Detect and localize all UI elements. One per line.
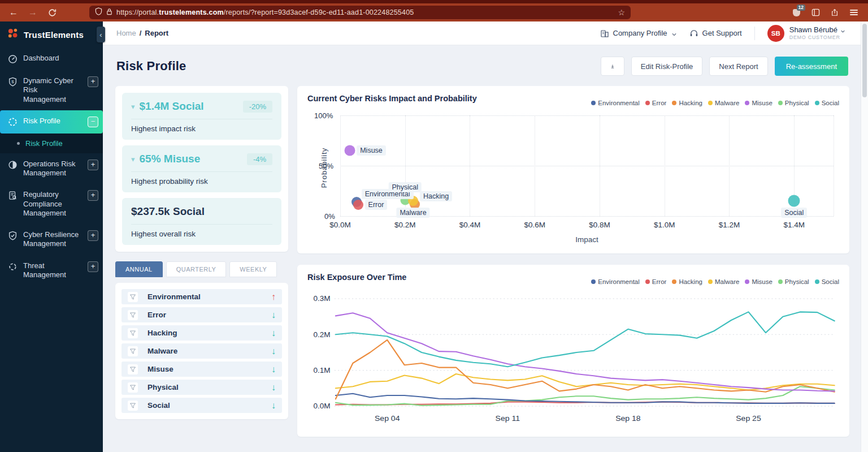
url-bar[interactable]: https://portal.trustelements.com/reports… (89, 6, 631, 19)
svg-text:Sep 11: Sep 11 (496, 414, 520, 423)
x-tick-label: $0.8M (589, 221, 610, 229)
reader-panel-icon[interactable] (810, 7, 821, 18)
expand-section-button[interactable]: + (88, 261, 98, 272)
stat-value: $1.4M Social (140, 100, 204, 113)
edit-risk-profile-button[interactable]: Edit Risk-Profile (631, 57, 702, 76)
menu-icon[interactable] (849, 7, 859, 18)
risk-row-error[interactable]: Error↓ (121, 307, 282, 322)
breadcrumb-home-link[interactable]: Home (116, 29, 136, 37)
y-tick-label: 0% (324, 212, 335, 221)
filter-funnel-icon[interactable] (128, 292, 138, 302)
tab-annual[interactable]: ANNUAL (115, 261, 163, 277)
share-icon[interactable] (830, 7, 840, 18)
sidebar-collapse-button[interactable]: ‹ (97, 27, 105, 42)
x-tick-label: $1.4M (783, 221, 805, 229)
risk-row-misuse[interactable]: Misuse↓ (121, 361, 282, 377)
legend-item-error[interactable]: Error (645, 100, 667, 106)
filter-funnel-icon[interactable] (128, 382, 138, 393)
legend-label: Social (822, 100, 839, 106)
stat-divider (131, 224, 272, 225)
legend-label: Error (652, 100, 667, 106)
scatter-point-social[interactable] (788, 195, 800, 207)
forward-button[interactable]: → (25, 6, 41, 19)
expand-section-button[interactable]: + (88, 160, 98, 170)
legend-item-environmental[interactable]: Environmental (591, 100, 640, 106)
legend-item-error[interactable]: Error (645, 278, 667, 285)
sidebar-item-dynamic-cyber-risk[interactable]: $Dynamic Cyber Risk Management+ (0, 70, 103, 110)
scatter-point-error[interactable] (353, 200, 363, 210)
sidebar-item-dashboard[interactable]: Dashboard (0, 48, 103, 70)
sidebar-item-threat-management[interactable]: Threat Management+ (0, 255, 103, 286)
filter-funnel-icon[interactable] (128, 401, 138, 411)
line-series-malware[interactable] (336, 374, 835, 390)
legend-item-misuse[interactable]: Misuse (745, 100, 772, 106)
scrollbar-thumb[interactable] (862, 24, 867, 97)
collapse-section-button[interactable]: − (88, 117, 98, 127)
chevron-down-icon (840, 27, 846, 33)
legend-item-hacking[interactable]: Hacking (672, 100, 702, 106)
expand-section-button[interactable]: + (88, 76, 98, 87)
risk-row-physical[interactable]: Physical↓ (121, 380, 282, 395)
x-gridline (535, 115, 535, 216)
brand-name: TrustElements (24, 30, 84, 40)
legend-item-social[interactable]: Social (815, 278, 839, 285)
filter-funnel-icon[interactable] (128, 328, 138, 338)
trend-up-icon: ↑ (271, 292, 276, 302)
next-report-button[interactable]: Next Report (709, 57, 767, 76)
sidebar-subitem-risk-profile[interactable]: Risk Profile (0, 134, 103, 153)
company-profile-menu[interactable]: Company Profile (600, 29, 677, 38)
legend-item-social[interactable]: Social (815, 100, 839, 106)
sidebar-item-regulatory-compliance[interactable]: Regulatory Compliance Management+ (0, 184, 103, 224)
user-menu[interactable]: SB Shawn Bérubé DEMO CUSTOMER (767, 25, 846, 42)
line-series-hacking[interactable] (336, 340, 835, 399)
line-chart-title: Risk Exposure Over Time (307, 273, 406, 282)
filter-funnel-icon[interactable] (128, 310, 138, 320)
filter-funnel-icon[interactable] (128, 364, 138, 374)
tab-weekly[interactable]: WEEKLY (229, 261, 277, 277)
breadcrumb-separator: / (140, 29, 142, 37)
trend-down-icon: ↓ (271, 311, 276, 320)
scatter-point-misuse[interactable] (345, 145, 355, 156)
x-axis-title: Impact (340, 235, 834, 244)
bookmark-star-icon[interactable]: ☆ (618, 8, 625, 17)
stat-caption: Highest overall risk (131, 230, 272, 238)
point-label-physical: Physical (388, 182, 422, 192)
tab-quarterly[interactable]: QUARTERLY (166, 261, 227, 277)
legend-item-physical[interactable]: Physical (778, 100, 809, 106)
page-scrollbar[interactable] (861, 21, 868, 452)
sidebar-item-risk-profile[interactable]: Risk Profile− (0, 110, 103, 134)
download-button[interactable] (601, 57, 624, 76)
legend-item-misuse[interactable]: Misuse (745, 278, 772, 285)
legend-dot (745, 101, 749, 105)
line-series-social[interactable] (336, 312, 835, 367)
extension-icon[interactable]: 12 (791, 7, 801, 18)
risk-list-card: Environmental↑Error↓Hacking↓Malware↓Misu… (115, 283, 288, 419)
legend-dot (591, 101, 596, 105)
risk-row-environmental[interactable]: Environmental↑ (121, 289, 282, 304)
expand-section-button[interactable]: + (88, 230, 98, 241)
legend-item-malware[interactable]: Malware (708, 100, 739, 106)
expand-section-button[interactable]: + (88, 190, 98, 201)
tracking-protection-icon[interactable] (95, 7, 102, 18)
risk-row-social[interactable]: Social↓ (121, 398, 282, 413)
get-support-link[interactable]: Get Support (689, 29, 742, 38)
legend-item-hacking[interactable]: Hacking (672, 278, 702, 285)
legend-dot (815, 279, 819, 284)
svg-text:0.2M: 0.2M (314, 330, 331, 339)
sidebar-item-cyber-resilience[interactable]: Cyber Resilience Management+ (0, 224, 103, 255)
legend-label: Malware (715, 278, 739, 285)
refresh-button[interactable] (44, 6, 60, 19)
sidebar-item-operations-risk[interactable]: Operations Risk Management+ (0, 153, 103, 184)
trustelements-logo (7, 27, 19, 42)
reassessment-button[interactable]: Re-assessment (775, 57, 848, 76)
legend-item-physical[interactable]: Physical (778, 278, 809, 285)
legend-label: Environmental (598, 100, 640, 106)
back-button[interactable]: ← (6, 6, 21, 19)
x-gridline (729, 115, 730, 216)
x-gridline (665, 115, 665, 216)
risk-row-hacking[interactable]: Hacking↓ (121, 325, 282, 341)
filter-funnel-icon[interactable] (128, 346, 138, 356)
legend-item-environmental[interactable]: Environmental (591, 278, 640, 285)
risk-row-malware[interactable]: Malware↓ (121, 343, 282, 359)
legend-item-malware[interactable]: Malware (708, 278, 739, 285)
